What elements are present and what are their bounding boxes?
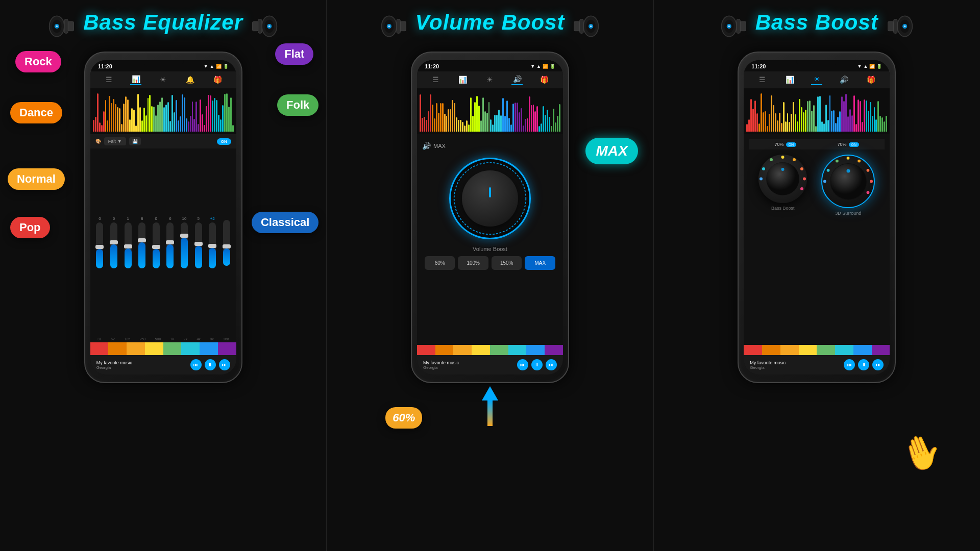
music-title-2: My favorite music: [423, 360, 513, 365]
badge-normal[interactable]: Normal: [8, 168, 65, 190]
eq-band-62[interactable]: 6: [110, 216, 117, 268]
eq-band-500[interactable]: 0: [153, 216, 160, 268]
bass-knob-inner: [766, 162, 799, 195]
phone2-screen: 11:20 ▼▲📶🔋 ☰ 📊 ☀ 🔊 🎁 �: [417, 60, 563, 374]
svg-rect-35: [894, 19, 897, 34]
nav-menu-2[interactable]: ☰: [430, 74, 442, 85]
nav-brightness-2[interactable]: ☀: [484, 74, 496, 85]
waveform-1: [90, 88, 236, 134]
nav-bar-2[interactable]: ☰ 📊 ☀ 🔊 🎁: [417, 71, 563, 88]
badge-dance[interactable]: Dance: [10, 102, 62, 123]
phone1-screen: 11:20 ▼▲📶🔋 ☰ 📊 ☀ 🔔 🎁 🎨: [90, 60, 236, 374]
badge-pop[interactable]: Pop: [10, 217, 50, 238]
svg-point-3: [56, 26, 58, 28]
eq-band-8k[interactable]: +2: [209, 216, 216, 268]
nav-eq-3[interactable]: 📊: [784, 74, 795, 85]
surround-knob[interactable]: [821, 155, 875, 208]
svg-rect-16: [397, 19, 400, 34]
next-btn-3[interactable]: ⏭: [872, 359, 884, 370]
prev-btn-3[interactable]: ⏮: [844, 359, 855, 370]
nav-eq-2[interactable]: 📊: [457, 74, 469, 85]
nav-brightness[interactable]: ☀: [158, 74, 169, 85]
bass-left-pct: 70% ON: [775, 142, 797, 147]
eq-band-4k[interactable]: 5: [195, 216, 202, 268]
eq-band-125[interactable]: 1: [125, 216, 132, 268]
svg-point-37: [781, 156, 785, 159]
svg-point-40: [803, 178, 806, 181]
svg-point-41: [800, 187, 803, 190]
max-badge: MAX: [585, 138, 638, 164]
bass-boost-knob-container: Bass Boost: [758, 155, 807, 335]
eq-band-250[interactable]: 8: [138, 216, 145, 268]
nav-gift[interactable]: 🎁: [212, 74, 223, 85]
svg-point-56: [846, 169, 850, 172]
eq-band-2k[interactable]: 10: [181, 216, 188, 268]
music-info-1: My favorite music Georgia: [96, 360, 186, 370]
knobs-row: Bass Boost: [749, 149, 885, 340]
time-2: 11:20: [425, 63, 439, 69]
vol-150[interactable]: 150%: [492, 256, 522, 270]
speaker-right-icon-3: [886, 12, 914, 40]
nav-menu-3[interactable]: ☰: [757, 74, 768, 85]
status-icons-1: ▼▲📶🔋: [204, 64, 229, 69]
svg-point-43: [762, 167, 765, 170]
nav-eq[interactable]: 📊: [130, 74, 141, 85]
eq-band-31[interactable]: 0: [96, 216, 103, 268]
svg-rect-29: [737, 19, 740, 34]
vol-max[interactable]: MAX: [525, 256, 555, 270]
bass-toggle-right[interactable]: ON: [849, 142, 860, 147]
svg-rect-4: [64, 19, 68, 34]
svg-point-42: [770, 158, 773, 161]
bass-boost-knob[interactable]: [758, 155, 807, 203]
badge-classical[interactable]: Classical: [252, 212, 318, 233]
vol-100[interactable]: 100%: [458, 256, 488, 270]
music-info-3: My favorite music Georgia: [750, 360, 840, 370]
bass-boost-panel: Bass Boost 11:20 ▼▲📶🔋: [654, 0, 980, 551]
percent-badge: 60%: [385, 407, 422, 429]
nav-bar-1[interactable]: ☰ 📊 ☀ 🔔 🎁: [90, 71, 236, 88]
eq-band-16k[interactable]: [223, 218, 230, 266]
next-btn-2[interactable]: ⏭: [546, 359, 557, 370]
badge-rock[interactable]: Rock: [15, 51, 61, 72]
play-btn-2[interactable]: ⏸: [531, 359, 543, 370]
player-controls-2: ⏮ ⏸ ⏭: [517, 359, 557, 370]
nav-gift-2[interactable]: 🎁: [538, 74, 550, 85]
bass-toggle-left[interactable]: ON: [786, 142, 797, 147]
phone3: 11:20 ▼▲📶🔋 ☰ 📊 ☀ 🔊 🎁: [738, 52, 896, 383]
panel3-title: Bass Boost: [755, 10, 878, 35]
bass-right-pct: 70% ON: [838, 142, 860, 147]
save-btn[interactable]: 💾: [129, 137, 141, 145]
time-1: 11:20: [98, 63, 112, 69]
badge-flat[interactable]: Flat: [275, 43, 313, 65]
nav-vol-3[interactable]: 🔊: [838, 74, 849, 85]
preset-dropdown[interactable]: Falt ▼: [104, 137, 126, 145]
surround-label: 3D Surround: [835, 211, 861, 216]
nav-bell[interactable]: 🔔: [185, 74, 196, 85]
bass-boost-label: Bass Boost: [771, 206, 795, 211]
color-bar-1: [90, 342, 236, 355]
vol-60[interactable]: 60%: [425, 256, 455, 270]
eq-toggle[interactable]: ON: [217, 138, 231, 145]
svg-point-49: [867, 169, 870, 172]
badge-folk[interactable]: Folk: [277, 94, 318, 116]
prev-btn-2[interactable]: ⏮: [517, 359, 528, 370]
bass-content: 70% ON 70% ON: [744, 134, 890, 345]
volume-knob-container: [449, 158, 531, 239]
surround-knob-inner: [830, 163, 867, 200]
play-btn-3[interactable]: ⏸: [858, 359, 869, 370]
prev-btn-1[interactable]: ⏮: [190, 359, 202, 370]
svg-rect-17: [400, 21, 406, 31]
nav-vol-2[interactable]: 🔊: [511, 74, 523, 85]
nav-menu[interactable]: ☰: [103, 74, 114, 85]
svg-point-24: [454, 163, 526, 235]
music-artist-2: Georgia: [423, 365, 513, 370]
nav-brightness-3[interactable]: ☀: [811, 74, 822, 85]
volume-knob-outer[interactable]: [449, 158, 531, 239]
hand-cursor-icon: 🤚: [895, 427, 947, 478]
svg-point-47: [847, 157, 850, 160]
nav-gift-3[interactable]: 🎁: [866, 74, 877, 85]
eq-band-1k[interactable]: 6: [166, 216, 174, 268]
play-btn-1[interactable]: ⏸: [205, 359, 216, 370]
nav-bar-3[interactable]: ☰ 📊 ☀ 🔊 🎁: [744, 71, 890, 88]
next-btn-1[interactable]: ⏭: [219, 359, 230, 370]
